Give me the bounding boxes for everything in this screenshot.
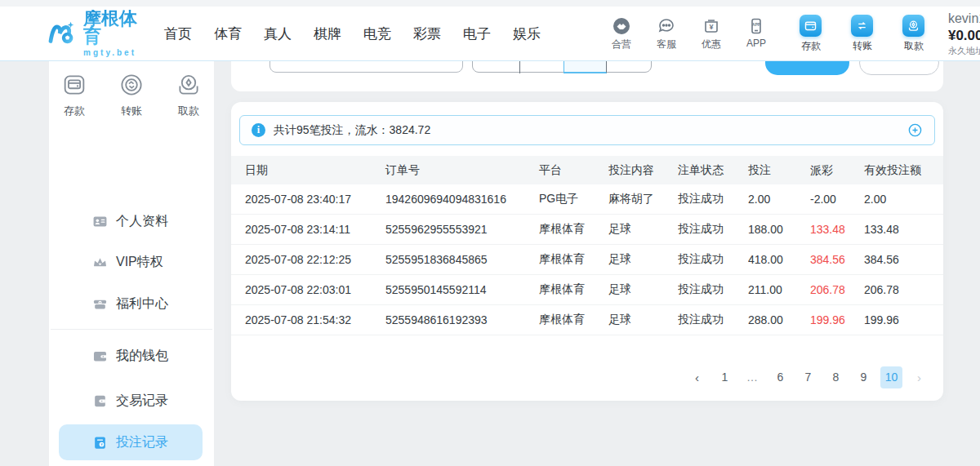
cell-date: 2025-07-08 23:14:11 xyxy=(245,223,385,236)
cell-bet: 188.00 xyxy=(748,223,810,236)
sidebar-item-wallet[interactable]: 我的钱包 xyxy=(49,338,214,374)
withdraw-outline-icon xyxy=(175,71,203,99)
col-platform: 平台 xyxy=(539,163,608,178)
nav-item-esports[interactable]: 电竞 xyxy=(363,24,391,43)
deposit-button[interactable]: 存款 xyxy=(793,15,829,53)
sidebar-transfer-shortcut[interactable]: 转账 xyxy=(112,71,151,118)
cell-content: 足球 xyxy=(608,282,678,297)
cell-content: 足球 xyxy=(608,252,678,267)
date-range-picker[interactable] xyxy=(472,61,652,73)
cell-valid-bet: 199.96 xyxy=(864,313,930,326)
balance-amount: ¥0.00 xyxy=(948,28,980,44)
cell-valid-bet: 2.00 xyxy=(864,193,930,206)
filter-select-input[interactable] xyxy=(270,61,463,73)
wallet-icon xyxy=(92,348,108,364)
sidebar-shortcuts: 存款 转账 取款 xyxy=(49,71,214,118)
vip-crown-icon xyxy=(92,255,108,270)
nav-item-cards[interactable]: 棋牌 xyxy=(314,24,341,43)
pagination-page-10[interactable]: 10 xyxy=(880,366,902,388)
svg-text:¥: ¥ xyxy=(709,23,713,31)
handshake-icon xyxy=(612,16,631,36)
transfer-outline-icon xyxy=(118,71,145,99)
nav-item-sports[interactable]: 体育 xyxy=(214,24,242,43)
cell-platform: PG电子 xyxy=(539,192,608,206)
username[interactable]: kevin188 xyxy=(948,11,980,26)
expand-plus-icon[interactable] xyxy=(907,122,923,138)
withdraw-button[interactable]: 取款 xyxy=(896,15,932,53)
app-button[interactable]: APP APP xyxy=(739,16,773,51)
nav-item-lottery[interactable]: 彩票 xyxy=(413,24,441,43)
cell-order-id: 5255951836845865 xyxy=(385,253,539,266)
cell-status: 投注成功 xyxy=(678,282,748,297)
pagination-page-8[interactable]: 8 xyxy=(825,366,847,388)
summary-bar: i 共计95笔投注，流水：3824.72 xyxy=(239,115,935,145)
cell-valid-bet: 384.56 xyxy=(864,253,930,266)
table-row: 2025-07-08 21:54:32 5255948616192393 摩根体… xyxy=(231,305,943,335)
search-button[interactable] xyxy=(765,61,849,75)
col-status: 注单状态 xyxy=(678,163,748,178)
wallet-actions: 存款 转账 取款 xyxy=(793,15,932,53)
sidebar-divider xyxy=(51,329,212,330)
sidebar-item-profile[interactable]: 个人资料 xyxy=(49,203,214,239)
cell-platform: 摩根体育 xyxy=(539,282,608,297)
pagination-page-1[interactable]: 1 xyxy=(714,366,736,388)
cell-date: 2025-07-08 22:03:01 xyxy=(245,283,385,296)
date-cell-active[interactable] xyxy=(564,61,607,73)
table-body: 2025-07-08 23:40:17 1942609694094831616 … xyxy=(231,184,943,335)
reset-button[interactable] xyxy=(859,61,939,75)
cell-platform: 摩根体育 xyxy=(539,222,608,237)
partner-button[interactable]: 合营 xyxy=(604,16,639,51)
col-bet: 投注 xyxy=(748,163,810,178)
cell-order-id: 5255962955553921 xyxy=(385,223,539,236)
cell-content: 足球 xyxy=(608,313,678,327)
brand-domain: mgty.bet xyxy=(83,49,143,57)
welfare-icon xyxy=(92,296,108,312)
summary-text: 共计95笔投注，流水：3824.72 xyxy=(274,123,430,138)
nav-item-home[interactable]: 首页 xyxy=(164,24,192,43)
pagination-prev[interactable]: ‹ xyxy=(686,366,708,388)
table-row: 2025-07-08 23:40:17 1942609694094831616 … xyxy=(231,184,943,215)
cell-content: 麻将胡了 xyxy=(608,192,678,206)
nav-item-live[interactable]: 真人 xyxy=(264,24,292,43)
pagination-ellipsis[interactable]: … xyxy=(742,366,764,388)
cell-platform: 摩根体育 xyxy=(539,252,608,267)
sidebar: 存款 转账 取款 个人资料 VIP特权 福利中心 xyxy=(49,61,214,466)
main-nav: 首页 体育 真人 棋牌 电竞 彩票 电子 娱乐 xyxy=(164,24,541,43)
sidebar-item-vip[interactable]: VIP特权 xyxy=(49,244,214,280)
sidebar-deposit-shortcut[interactable]: 存款 xyxy=(55,71,94,118)
cell-date: 2025-07-08 21:54:32 xyxy=(245,313,385,326)
support-button[interactable]: 客服 xyxy=(649,16,684,51)
nav-item-entertainment[interactable]: 娱乐 xyxy=(513,24,541,43)
pagination-page-9[interactable]: 9 xyxy=(853,366,875,388)
cell-status: 投注成功 xyxy=(678,192,748,206)
support-chat-icon xyxy=(657,16,676,36)
cell-bet: 211.00 xyxy=(748,283,810,296)
col-valid-bet: 有效投注额 xyxy=(864,163,930,178)
app-download-icon: APP xyxy=(746,16,766,36)
withdraw-icon xyxy=(906,19,920,33)
brand-logo[interactable]: 摩根体育 mgty.bet xyxy=(47,10,143,57)
transfer-button[interactable]: 转账 xyxy=(844,15,880,53)
pagination-next[interactable]: › xyxy=(908,366,930,388)
logo-icon xyxy=(47,15,78,52)
table-header: 日期 订单号 平台 投注内容 注单状态 投注 派彩 有效投注额 xyxy=(231,156,943,184)
page-top-strip xyxy=(0,0,980,7)
cell-status: 投注成功 xyxy=(678,222,748,237)
promo-button[interactable]: ¥ 优惠 xyxy=(694,16,728,51)
cell-payout: 133.48 xyxy=(810,223,864,236)
nav-item-slots[interactable]: 电子 xyxy=(463,24,491,43)
promo-yuan-icon: ¥ xyxy=(702,16,721,36)
cell-date: 2025-07-08 23:40:17 xyxy=(245,193,385,206)
bet-records-card: i 共计95笔投注，流水：3824.72 日期 订单号 平台 投注内容 注单状态… xyxy=(231,102,943,401)
sidebar-item-welfare[interactable]: 福利中心 xyxy=(49,286,214,322)
sidebar-item-transactions[interactable]: 交易记录 xyxy=(49,383,214,419)
cell-valid-bet: 206.78 xyxy=(864,283,930,296)
date-separator xyxy=(519,61,520,73)
cell-bet: 418.00 xyxy=(748,253,810,266)
pagination-page-7[interactable]: 7 xyxy=(797,366,819,388)
cell-order-id: 5255950145592114 xyxy=(385,283,539,296)
sidebar-item-bet-records[interactable]: ¥ 投注记录 xyxy=(59,424,203,460)
pagination-page-6[interactable]: 6 xyxy=(769,366,791,388)
sidebar-withdraw-shortcut[interactable]: 取款 xyxy=(169,71,208,118)
col-content: 投注内容 xyxy=(608,163,678,178)
